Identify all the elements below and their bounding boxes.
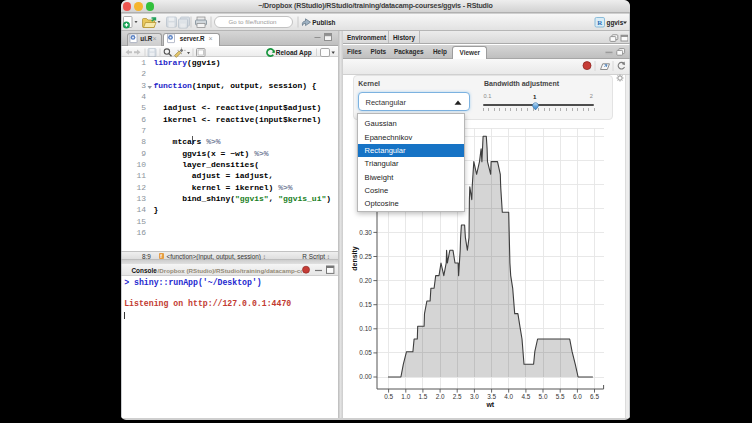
svg-text:density: density (351, 246, 359, 271)
svg-text:0.30: 0.30 (359, 229, 372, 236)
svg-text:3.5: 3.5 (487, 393, 496, 400)
svg-text:0.00: 0.00 (359, 373, 372, 380)
svg-text:6.0: 6.0 (573, 393, 582, 400)
svg-text:0.10: 0.10 (359, 325, 372, 332)
svg-text:0.15: 0.15 (359, 301, 372, 308)
svg-text:0.5: 0.5 (384, 393, 393, 400)
svg-text:4.0: 4.0 (504, 393, 513, 400)
svg-text:4.5: 4.5 (521, 393, 530, 400)
svg-text:0.20: 0.20 (359, 277, 372, 284)
svg-text:6.5: 6.5 (590, 393, 599, 400)
svg-text:2.5: 2.5 (453, 393, 462, 400)
svg-text:wt: wt (485, 401, 494, 408)
svg-text:1.0: 1.0 (401, 393, 410, 400)
svg-text:0.05: 0.05 (359, 349, 372, 356)
svg-text:0.25: 0.25 (359, 253, 372, 260)
svg-text:3.0: 3.0 (470, 393, 479, 400)
svg-text:1.5: 1.5 (418, 393, 427, 400)
svg-text:2.0: 2.0 (436, 393, 445, 400)
svg-text:5.0: 5.0 (539, 393, 548, 400)
svg-text:5.5: 5.5 (556, 393, 565, 400)
